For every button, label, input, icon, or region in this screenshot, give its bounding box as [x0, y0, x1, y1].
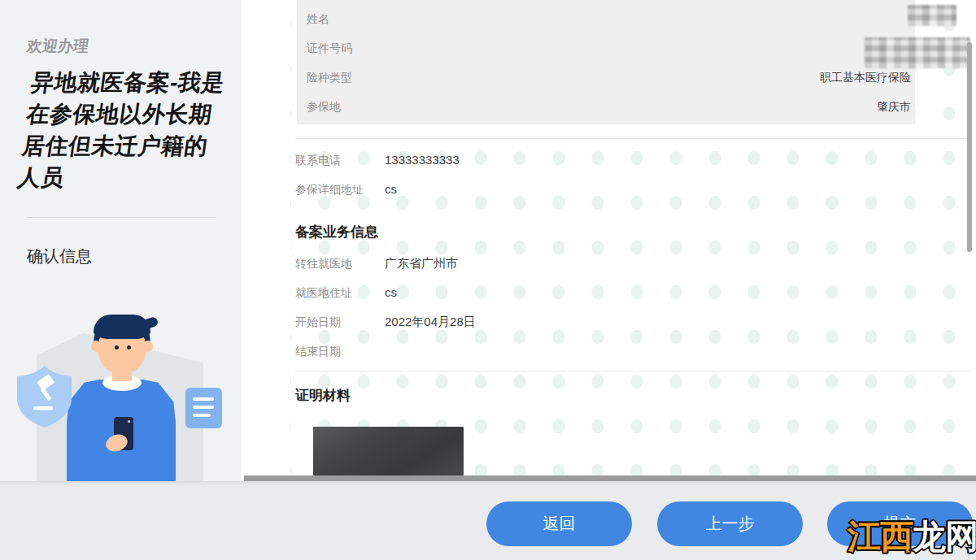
previous-step-button[interactable]: 上一步 [657, 501, 803, 546]
filing-section-heading: 备案业务信息 [295, 223, 378, 241]
vertical-scrollbar-thumb[interactable] [967, 42, 972, 252]
sidebar: 欢迎办理 异地就医备案-我是在参保地以外长期居住但未迁户籍的人员 确认信息 [0, 0, 242, 481]
document-lines-icon [185, 388, 222, 428]
field-label: 证件号码 [307, 37, 352, 59]
field-label: 参保详细地址 [295, 181, 383, 198]
welcome-label: 欢迎办理 [25, 36, 90, 57]
summary-row: 险种类型 职工基本医疗保险 [297, 67, 915, 88]
phone-camera-dot [128, 420, 130, 423]
section-divider [295, 138, 970, 139]
field-label: 结束日期 [295, 343, 383, 359]
field-value: 2022年04月28日 [385, 314, 476, 330]
shield-gavel-icon [17, 366, 72, 428]
field-value: cs [385, 181, 397, 198]
content-bottom-bar [244, 475, 976, 481]
form-row: 开始日期 2022年04月28日 [295, 314, 930, 330]
summary-row: 参保地 肇庆市 [297, 96, 915, 117]
field-label: 就医地住址 [295, 284, 383, 301]
person-eye [127, 345, 131, 349]
field-label: 开始日期 [295, 314, 383, 330]
field-label: 险种类型 [307, 67, 352, 88]
field-value: cs [385, 284, 397, 301]
attachment-thumbnail[interactable] [313, 427, 464, 475]
form-row: 联系电话 13333333333 [295, 152, 930, 168]
footer-action-bar: 返回 上一步 提交 [0, 481, 976, 560]
sidebar-divider [27, 217, 216, 218]
form-row: 参保详细地址 cs [295, 181, 930, 198]
content-area: 姓名 证件号码 险种类型 职工基本医疗保险 参保地 肇庆市 联系电话 13333… [242, 0, 976, 475]
step-label: 确认信息 [27, 245, 92, 267]
field-label: 转往就医地 [295, 255, 383, 271]
summary-row: 姓名 [297, 8, 915, 29]
person-eye [115, 345, 119, 349]
field-label: 参保地 [307, 96, 341, 117]
site-watermark: 江西龙网 [847, 514, 976, 559]
form-row: 就医地住址 cs [295, 284, 930, 301]
field-label: 联系电话 [295, 152, 383, 168]
watermark-text-orange: 江西 [847, 518, 913, 555]
field-value: 职工基本医疗保险 [820, 67, 911, 88]
field-value: 13333333333 [385, 152, 460, 168]
field-value: 广东省广州市 [385, 255, 458, 271]
watermark-text-white: 龙网 [913, 518, 976, 555]
back-button[interactable]: 返回 [486, 501, 632, 546]
section-divider [295, 371, 970, 371]
person-illustration [0, 313, 242, 481]
service-title: 异地就医备案-我是在参保地以外长期居住但未迁户籍的人员 [15, 67, 237, 193]
form-row: 转往就医地 广东省广州市 [295, 255, 930, 271]
redacted-id-number-value [865, 37, 970, 68]
redacted-name-value [908, 5, 956, 26]
summary-panel: 姓名 证件号码 险种类型 职工基本医疗保险 参保地 肇庆市 [297, 0, 915, 124]
form-row: 结束日期 [295, 343, 930, 359]
app-window: 欢迎办理 异地就医备案-我是在参保地以外长期居住但未迁户籍的人员 确认信息 [0, 0, 976, 560]
materials-section-heading: 证明材料 [295, 386, 351, 405]
summary-row: 证件号码 [297, 37, 915, 59]
person-hair-front [94, 315, 150, 339]
field-label: 姓名 [307, 8, 329, 29]
field-value: 肇庆市 [877, 96, 911, 117]
